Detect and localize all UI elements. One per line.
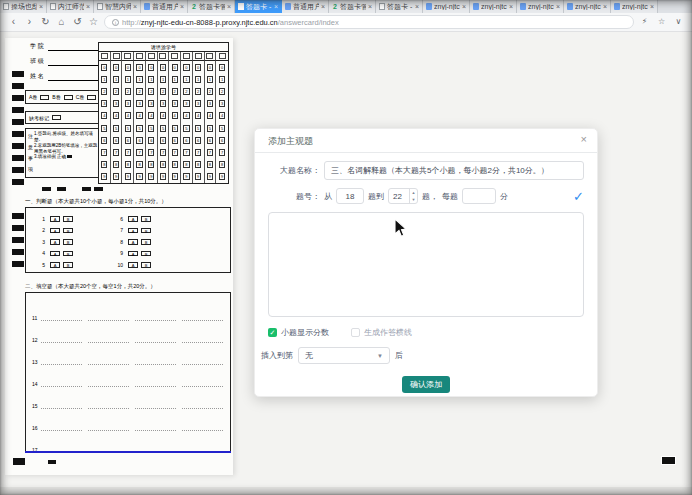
digit-bubble: 5 (219, 125, 225, 132)
to-number-stepper[interactable]: 22 ▲▼ (388, 188, 418, 204)
stepper-arrows-icon[interactable]: ▲▼ (409, 189, 417, 203)
each-word: 每题 (442, 191, 458, 202)
from-number-input[interactable]: 18 (336, 188, 364, 204)
student-id-grid[interactable]: 请填涂学号 0000000000011111111111222222222223… (98, 42, 229, 184)
tab-close-icon[interactable]: × (415, 3, 419, 10)
browser-tab[interactable]: znyj-njtc× (423, 0, 470, 13)
digit-bubble: 6 (160, 137, 166, 144)
question-name-input[interactable]: 三、名词解释题（本大题共5个小题，每小题2分，共10分。） (324, 161, 584, 180)
refresh-icon[interactable]: ↻ (40, 17, 51, 27)
tab-title: 智慧内师 (105, 2, 131, 12)
digit-bubble: 2 (113, 88, 119, 95)
tab-bar: 操场也乱×内江师范×智慧内师×普通用户×2答题卡管×答题卡 -×普通用户×2答题… (0, 0, 692, 13)
check-icon[interactable]: ✓ (573, 190, 584, 203)
browser-tab[interactable]: 答题卡 -× (235, 0, 282, 13)
tab-close-icon[interactable]: × (321, 3, 325, 10)
digit-bubble: 4 (136, 112, 142, 119)
address-bar[interactable]: i http://znyj-njtc-edu-cn-8088-p.proxy.n… (104, 15, 634, 29)
bookmark-star-icon[interactable]: ☆ (88, 17, 99, 27)
blank-row: 14 (32, 365, 225, 387)
tab-close-icon[interactable]: × (556, 3, 560, 10)
tab-close-icon[interactable]: × (86, 3, 90, 10)
url-text: http://znyj-njtc-edu-cn-8088-p.proxy.njt… (122, 18, 339, 27)
menu-chevron-icon[interactable]: ∨ (673, 18, 684, 26)
favorite-star-icon[interactable]: ☆ (656, 18, 667, 26)
tab-close-icon[interactable]: × (39, 3, 43, 10)
answer-sheet-preview[interactable]: 学 院 班 级 姓 名 A卷 B卷 C卷 缺考标记 注意事项 1.答题前,将班级… (5, 38, 233, 475)
question-number: 10 (114, 262, 123, 268)
browser-tab[interactable]: znyj-njtc× (611, 0, 658, 13)
digit-bubble: 0 (125, 64, 131, 71)
browser-tab[interactable]: 答题卡 -× (376, 0, 423, 13)
digit-bubble: 8 (136, 161, 142, 168)
answer-blank-line (41, 337, 82, 343)
answer-lines-checkbox[interactable]: 生成作答横线 (351, 327, 412, 338)
app-green-icon: 2 (332, 3, 338, 10)
digit-bubble: 3 (207, 100, 213, 107)
tab-close-icon[interactable]: × (180, 3, 184, 10)
digit-bubble: 3 (136, 100, 142, 107)
option-bubble-a: A (128, 216, 138, 222)
tab-close-icon[interactable]: × (227, 3, 231, 10)
blanks-section-selected[interactable]: 11121314151617 (25, 292, 231, 452)
score-input[interactable] (462, 188, 496, 204)
forward-icon[interactable]: › (24, 17, 35, 27)
question-number: 8 (114, 239, 123, 245)
browser-tab[interactable]: znyj-njtc× (564, 0, 611, 13)
browser-tab[interactable]: 2答题卡管× (188, 0, 235, 13)
tab-close-icon[interactable]: × (603, 3, 607, 10)
digit-bubble: 7 (101, 149, 107, 156)
tab-close-icon[interactable]: × (650, 3, 654, 10)
insert-suffix: 后 (395, 350, 403, 361)
digit-bubble: 8 (113, 161, 119, 168)
confirm-add-button[interactable]: 确认添加 (402, 376, 450, 393)
notice-box: 注意事项 1.答题前,将班级、姓名填写清楚。 2.客观题用2B铅笔填涂，主观题用… (25, 128, 101, 178)
digit-bubble: 6 (136, 137, 142, 144)
notice-side-label: 注意事项 (27, 131, 34, 175)
browser-tab[interactable]: 内江师范× (47, 0, 94, 13)
browser-tab[interactable]: 操场也乱× (0, 0, 47, 13)
browser-tab[interactable]: 2答题卡管× (329, 0, 376, 13)
question-range-label: 题号： (268, 191, 320, 202)
digit-bubble: 3 (125, 100, 131, 107)
document-icon (97, 3, 103, 10)
question-number: 6 (114, 216, 123, 222)
back-icon[interactable]: ‹ (8, 17, 19, 27)
home-icon[interactable]: ⌂ (56, 17, 67, 27)
browser-tab[interactable]: 智慧内师× (94, 0, 141, 13)
tab-close-icon[interactable]: × (274, 3, 278, 10)
site-info-icon[interactable]: i (112, 19, 119, 26)
browser-tab[interactable]: 普通用户× (141, 0, 188, 13)
answercard-editor: 学 院 班 级 姓 名 A卷 B卷 C卷 缺考标记 注意事项 1.答题前,将班级… (0, 32, 692, 495)
app-blue-icon (520, 3, 526, 10)
digit-bubble: 3 (160, 100, 166, 107)
undo-icon[interactable]: ↺ (72, 17, 83, 27)
show-score-checkbox[interactable]: ✓ 小题显示分数 (268, 327, 329, 338)
answer-blank-line (88, 447, 129, 453)
timing-mark (12, 179, 24, 185)
checkbox-unchecked-icon (351, 328, 360, 337)
option-bubble-b: B (141, 262, 151, 268)
mouse-cursor-icon (394, 218, 408, 238)
browser-tab[interactable]: znyj-njtc× (517, 0, 564, 13)
answer-blank-line (135, 403, 176, 409)
browser-tab[interactable]: znyj-njtc× (470, 0, 517, 13)
digit-bubble: 0 (113, 64, 119, 71)
tab-close-icon[interactable]: × (133, 3, 137, 10)
tab-close-icon[interactable]: × (462, 3, 466, 10)
option-bubble-b: B (63, 228, 73, 234)
close-icon[interactable]: × (581, 134, 587, 145)
digit-bubble: 1 (195, 76, 201, 83)
flash-icon[interactable]: ⚡ (639, 18, 650, 26)
option-bubble-a: A (128, 239, 138, 245)
tab-close-icon[interactable]: × (368, 3, 372, 10)
app-blue-icon (567, 3, 573, 10)
option-bubble-b: B (63, 251, 73, 257)
judge-section[interactable]: 1AB6AB2AB7AB3AB8AB4AB9AB5AB10AB (25, 207, 231, 273)
digit-bubble: 2 (136, 88, 142, 95)
tab-close-icon[interactable]: × (509, 3, 513, 10)
question-number: 17 (32, 447, 41, 453)
question-content-area[interactable] (268, 212, 584, 317)
browser-tab[interactable]: 普通用户× (282, 0, 329, 13)
insert-position-select[interactable]: 无 ▼ (298, 347, 390, 364)
